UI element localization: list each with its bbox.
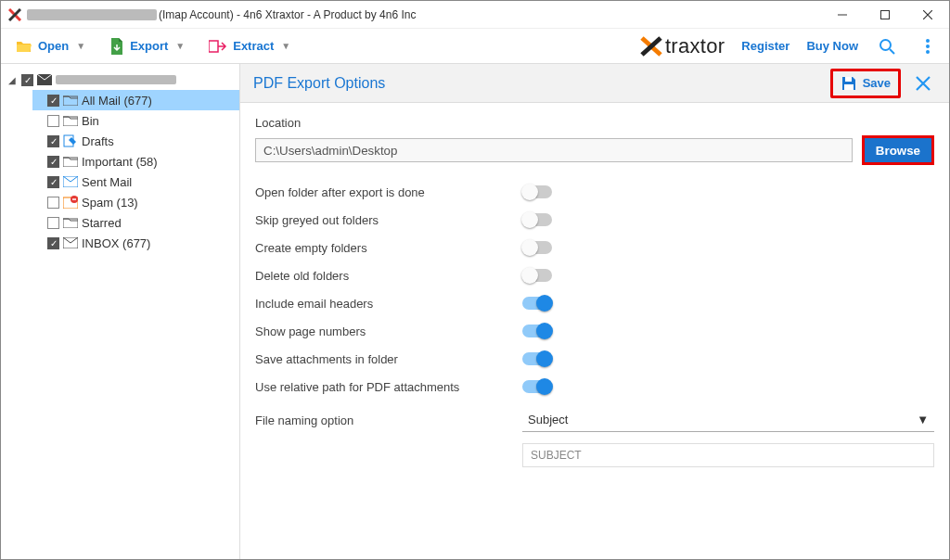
tree-item[interactable]: ✓All Mail (677): [32, 90, 239, 110]
spam-icon: [63, 196, 78, 209]
option-label: Delete old folders: [255, 269, 522, 283]
file-naming-select[interactable]: Subject ▼: [522, 408, 934, 432]
draft-icon: [63, 134, 78, 147]
tree-item-label: Important (58): [82, 155, 158, 169]
register-link[interactable]: Register: [741, 39, 790, 53]
svg-point-7: [926, 50, 930, 54]
option-row: Delete old folders: [255, 261, 934, 289]
svg-rect-18: [845, 77, 852, 82]
toggle[interactable]: [522, 269, 552, 282]
tree-account-row[interactable]: ◢ ✓: [3, 70, 239, 90]
option-row: Include email headers: [255, 289, 934, 317]
browse-button[interactable]: Browse: [862, 135, 934, 165]
folder-open-icon: [16, 39, 32, 54]
tree-item-label: Drafts: [82, 134, 114, 148]
folder-tree: ◢ ✓ ✓All Mail (677)Bin✓Drafts✓Important …: [1, 64, 240, 559]
caret-down-icon: ▼: [175, 41, 185, 51]
folder-icon: [63, 156, 78, 167]
toggle[interactable]: [522, 297, 552, 310]
option-label: Show page numbers: [255, 325, 522, 338]
folder-icon: [63, 217, 78, 228]
window-title: (Imap Account) - 4n6 Xtraxtor - A Produc…: [159, 8, 416, 21]
svg-point-5: [926, 39, 930, 43]
folder-icon: [63, 95, 78, 106]
export-menu[interactable]: Export ▼: [104, 34, 190, 58]
search-button[interactable]: [875, 34, 899, 58]
option-label: Include email headers: [255, 297, 522, 311]
option-row: Save attachments in folder: [255, 345, 934, 373]
extract-menu[interactable]: Extract ▼: [203, 35, 296, 57]
minimize-button[interactable]: [821, 1, 864, 29]
checkbox[interactable]: ✓: [47, 176, 59, 188]
export-label: Export: [130, 39, 168, 53]
panel-header: PDF Export Options Save: [240, 64, 949, 103]
app-logo-icon: [8, 8, 21, 21]
open-menu[interactable]: Open ▼: [10, 35, 91, 57]
tree-item[interactable]: ✓Sent Mail: [32, 172, 239, 192]
caret-down-icon: ▼: [281, 41, 290, 51]
checkbox[interactable]: [47, 217, 59, 229]
tree-item-label: Starred: [82, 216, 122, 230]
save-button[interactable]: Save: [830, 69, 901, 98]
tree-item-label: Bin: [82, 114, 99, 128]
checkbox[interactable]: ✓: [47, 237, 59, 249]
checkbox[interactable]: ✓: [47, 156, 59, 168]
save-icon: [841, 75, 857, 92]
svg-rect-1: [881, 10, 890, 19]
tree-item[interactable]: ✓INBOX (677): [32, 233, 239, 253]
checkbox[interactable]: ✓: [21, 74, 33, 86]
checkbox[interactable]: ✓: [47, 95, 59, 107]
option-label: Save attachments in folder: [255, 352, 522, 366]
brand-logo: traxtor: [640, 34, 725, 58]
tree-item[interactable]: ✓Drafts: [32, 131, 239, 151]
buy-now-link[interactable]: Buy Now: [806, 39, 858, 53]
tree-item[interactable]: Starred: [32, 212, 239, 233]
maximize-button[interactable]: [864, 1, 906, 29]
titlebar: (Imap Account) - 4n6 Xtraxtor - A Produc…: [1, 1, 949, 29]
main: ◢ ✓ ✓All Mail (677)Bin✓Drafts✓Important …: [1, 64, 949, 559]
save-label: Save: [863, 76, 891, 90]
extract-icon: [209, 39, 227, 54]
option-row: Use relative path for PDF attachments: [255, 373, 934, 401]
file-naming-label: File naming option: [255, 414, 522, 427]
sent-icon: [63, 176, 78, 187]
option-row: Open folder after export is done: [255, 178, 934, 206]
toggle[interactable]: [522, 352, 552, 365]
location-input[interactable]: [255, 138, 853, 162]
checkbox[interactable]: [47, 197, 59, 209]
tree-item-label: INBOX (677): [82, 236, 150, 250]
more-button[interactable]: [916, 34, 940, 58]
file-naming-preview: SUBJECT: [522, 443, 934, 467]
brand-text: traxtor: [665, 34, 725, 58]
option-row: Skip greyed out folders: [255, 206, 934, 234]
open-label: Open: [38, 39, 69, 53]
toggle[interactable]: [522, 185, 552, 198]
option-label: Use relative path for PDF attachments: [255, 380, 522, 394]
inbox-icon: [63, 237, 78, 248]
svg-rect-19: [844, 84, 854, 90]
content: PDF Export Options Save Location Browse …: [240, 64, 949, 559]
checkbox[interactable]: ✓: [47, 135, 59, 147]
caret-down-icon: ▼: [76, 41, 85, 51]
account-name-redacted: [56, 75, 176, 84]
close-window-button[interactable]: [906, 1, 949, 29]
tree-item[interactable]: Bin: [32, 110, 239, 131]
toggle[interactable]: [522, 325, 552, 337]
toggle[interactable]: [522, 380, 552, 393]
file-naming-value: Subject: [528, 413, 568, 426]
svg-point-6: [926, 45, 930, 48]
toggle[interactable]: [522, 213, 552, 226]
panel-close-button[interactable]: [910, 70, 936, 96]
checkbox[interactable]: [47, 115, 59, 127]
toggle[interactable]: [522, 241, 552, 254]
option-label: Skip greyed out folders: [255, 213, 522, 227]
collapse-icon[interactable]: ◢: [6, 75, 18, 85]
caret-down-icon: ▼: [917, 413, 929, 426]
svg-point-3: [880, 40, 891, 50]
mail-icon: [37, 74, 52, 85]
tree-item[interactable]: Spam (13): [32, 192, 239, 212]
export-file-icon: [109, 38, 124, 55]
tree-item-label: Sent Mail: [82, 175, 132, 189]
svg-rect-2: [209, 41, 218, 52]
tree-item[interactable]: ✓Important (58): [32, 151, 239, 172]
